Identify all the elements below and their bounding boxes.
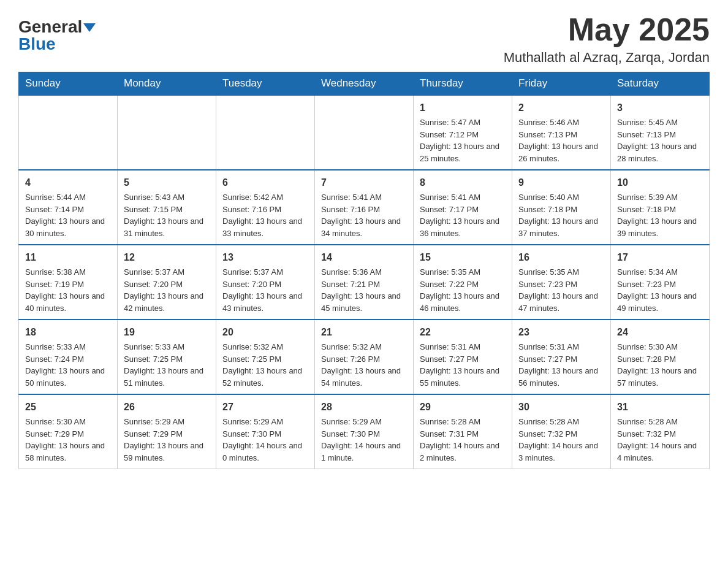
calendar-cell: 15Sunrise: 5:35 AM Sunset: 7:22 PM Dayli… (414, 245, 512, 320)
sun-info: Sunrise: 5:28 AM Sunset: 7:32 PM Dayligh… (518, 417, 598, 462)
location-title: Muthallath al Azraq, Zarqa, Jordan (504, 50, 710, 66)
sun-info: Sunrise: 5:41 AM Sunset: 7:17 PM Dayligh… (420, 193, 499, 238)
day-number: 5 (124, 175, 210, 190)
day-number: 18 (25, 325, 111, 340)
calendar-cell: 16Sunrise: 5:35 AM Sunset: 7:23 PM Dayli… (512, 245, 611, 320)
sun-info: Sunrise: 5:33 AM Sunset: 7:25 PM Dayligh… (124, 342, 203, 388)
sun-info: Sunrise: 5:47 AM Sunset: 7:12 PM Dayligh… (420, 118, 499, 163)
day-number: 14 (321, 250, 407, 265)
calendar-table: SundayMondayTuesdayWednesdayThursdayFrid… (18, 72, 710, 469)
day-number: 31 (617, 400, 703, 415)
day-number: 27 (222, 400, 308, 415)
header-saturday: Saturday (611, 72, 710, 96)
day-number: 9 (518, 175, 604, 190)
sun-info: Sunrise: 5:29 AM Sunset: 7:30 PM Dayligh… (321, 417, 401, 462)
day-number: 20 (222, 325, 308, 340)
calendar-cell: 25Sunrise: 5:30 AM Sunset: 7:29 PM Dayli… (19, 394, 118, 469)
sun-info: Sunrise: 5:42 AM Sunset: 7:16 PM Dayligh… (222, 193, 302, 238)
logo: General Blue (18, 18, 96, 53)
calendar-cell: 6Sunrise: 5:42 AM Sunset: 7:16 PM Daylig… (216, 170, 315, 245)
day-number: 13 (222, 250, 308, 265)
header-friday: Friday (512, 72, 611, 96)
day-number: 29 (420, 400, 506, 415)
day-number: 24 (617, 325, 703, 340)
sun-info: Sunrise: 5:35 AM Sunset: 7:23 PM Dayligh… (518, 267, 598, 313)
calendar-week-row: 18Sunrise: 5:33 AM Sunset: 7:24 PM Dayli… (19, 320, 710, 394)
calendar-cell: 29Sunrise: 5:28 AM Sunset: 7:31 PM Dayli… (414, 394, 512, 469)
day-number: 1 (420, 101, 506, 115)
sun-info: Sunrise: 5:30 AM Sunset: 7:29 PM Dayligh… (25, 417, 105, 462)
logo-general-text: General (18, 17, 82, 36)
sun-info: Sunrise: 5:45 AM Sunset: 7:13 PM Dayligh… (617, 118, 697, 163)
header-monday: Monday (118, 72, 216, 96)
day-number: 7 (321, 175, 407, 190)
day-number: 6 (222, 175, 308, 190)
day-number: 15 (420, 250, 506, 265)
calendar-cell: 1Sunrise: 5:47 AM Sunset: 7:12 PM Daylig… (414, 95, 512, 170)
calendar-cell: 18Sunrise: 5:33 AM Sunset: 7:24 PM Dayli… (19, 320, 118, 394)
day-number: 26 (124, 400, 210, 415)
day-number: 11 (25, 250, 111, 265)
calendar-cell: 10Sunrise: 5:39 AM Sunset: 7:18 PM Dayli… (611, 170, 710, 245)
day-number: 21 (321, 325, 407, 340)
sun-info: Sunrise: 5:31 AM Sunset: 7:27 PM Dayligh… (420, 342, 499, 388)
day-number: 10 (617, 175, 703, 190)
calendar-cell: 30Sunrise: 5:28 AM Sunset: 7:32 PM Dayli… (512, 394, 611, 469)
day-number: 12 (124, 250, 210, 265)
logo-blue-text: Blue (18, 34, 56, 53)
calendar-cell: 9Sunrise: 5:40 AM Sunset: 7:18 PM Daylig… (512, 170, 611, 245)
sun-info: Sunrise: 5:40 AM Sunset: 7:18 PM Dayligh… (518, 193, 598, 238)
day-number: 30 (518, 400, 604, 415)
header-tuesday: Tuesday (216, 72, 315, 96)
calendar-cell: 28Sunrise: 5:29 AM Sunset: 7:30 PM Dayli… (315, 394, 414, 469)
calendar-cell (118, 95, 216, 170)
sun-info: Sunrise: 5:32 AM Sunset: 7:25 PM Dayligh… (222, 342, 302, 388)
day-number: 28 (321, 400, 407, 415)
sun-info: Sunrise: 5:28 AM Sunset: 7:31 PM Dayligh… (420, 417, 499, 462)
title-block: May 2025 Muthallath al Azraq, Zarqa, Jor… (504, 12, 710, 66)
sun-info: Sunrise: 5:31 AM Sunset: 7:27 PM Dayligh… (518, 342, 598, 388)
day-number: 25 (25, 400, 111, 415)
calendar-cell: 22Sunrise: 5:31 AM Sunset: 7:27 PM Dayli… (414, 320, 512, 394)
calendar-cell (315, 95, 414, 170)
header-thursday: Thursday (414, 72, 512, 96)
sun-info: Sunrise: 5:32 AM Sunset: 7:26 PM Dayligh… (321, 342, 401, 388)
calendar-cell: 20Sunrise: 5:32 AM Sunset: 7:25 PM Dayli… (216, 320, 315, 394)
day-number: 19 (124, 325, 210, 340)
calendar-cell (216, 95, 315, 170)
calendar-week-row: 4Sunrise: 5:44 AM Sunset: 7:14 PM Daylig… (19, 170, 710, 245)
calendar-cell: 12Sunrise: 5:37 AM Sunset: 7:20 PM Dayli… (118, 245, 216, 320)
sun-info: Sunrise: 5:37 AM Sunset: 7:20 PM Dayligh… (222, 267, 302, 313)
calendar-cell: 24Sunrise: 5:30 AM Sunset: 7:28 PM Dayli… (611, 320, 710, 394)
header-sunday: Sunday (19, 72, 118, 96)
calendar-cell: 3Sunrise: 5:45 AM Sunset: 7:13 PM Daylig… (611, 95, 710, 170)
sun-info: Sunrise: 5:37 AM Sunset: 7:20 PM Dayligh… (124, 267, 203, 313)
sun-info: Sunrise: 5:33 AM Sunset: 7:24 PM Dayligh… (25, 342, 105, 388)
calendar-cell: 5Sunrise: 5:43 AM Sunset: 7:15 PM Daylig… (118, 170, 216, 245)
calendar-cell: 11Sunrise: 5:38 AM Sunset: 7:19 PM Dayli… (19, 245, 118, 320)
month-title: May 2025 (504, 12, 710, 47)
calendar-week-row: 25Sunrise: 5:30 AM Sunset: 7:29 PM Dayli… (19, 394, 710, 469)
calendar-cell: 4Sunrise: 5:44 AM Sunset: 7:14 PM Daylig… (19, 170, 118, 245)
calendar-header-row: SundayMondayTuesdayWednesdayThursdayFrid… (19, 72, 710, 96)
day-number: 2 (518, 101, 604, 115)
calendar-cell: 8Sunrise: 5:41 AM Sunset: 7:17 PM Daylig… (414, 170, 512, 245)
sun-info: Sunrise: 5:46 AM Sunset: 7:13 PM Dayligh… (518, 118, 598, 163)
header-wednesday: Wednesday (315, 72, 414, 96)
calendar-cell: 26Sunrise: 5:29 AM Sunset: 7:29 PM Dayli… (118, 394, 216, 469)
sun-info: Sunrise: 5:34 AM Sunset: 7:23 PM Dayligh… (617, 267, 697, 313)
day-number: 4 (25, 175, 111, 190)
calendar-cell: 17Sunrise: 5:34 AM Sunset: 7:23 PM Dayli… (611, 245, 710, 320)
calendar-cell: 27Sunrise: 5:29 AM Sunset: 7:30 PM Dayli… (216, 394, 315, 469)
sun-info: Sunrise: 5:43 AM Sunset: 7:15 PM Dayligh… (124, 193, 203, 238)
calendar-cell: 21Sunrise: 5:32 AM Sunset: 7:26 PM Dayli… (315, 320, 414, 394)
day-number: 3 (617, 101, 703, 115)
calendar-cell: 14Sunrise: 5:36 AM Sunset: 7:21 PM Dayli… (315, 245, 414, 320)
sun-info: Sunrise: 5:38 AM Sunset: 7:19 PM Dayligh… (25, 267, 105, 313)
calendar-cell: 31Sunrise: 5:28 AM Sunset: 7:32 PM Dayli… (611, 394, 710, 469)
logo-arrow-icon (83, 23, 96, 32)
day-number: 17 (617, 250, 703, 265)
sun-info: Sunrise: 5:28 AM Sunset: 7:32 PM Dayligh… (617, 417, 697, 462)
sun-info: Sunrise: 5:44 AM Sunset: 7:14 PM Dayligh… (25, 193, 105, 238)
sun-info: Sunrise: 5:36 AM Sunset: 7:21 PM Dayligh… (321, 267, 401, 313)
